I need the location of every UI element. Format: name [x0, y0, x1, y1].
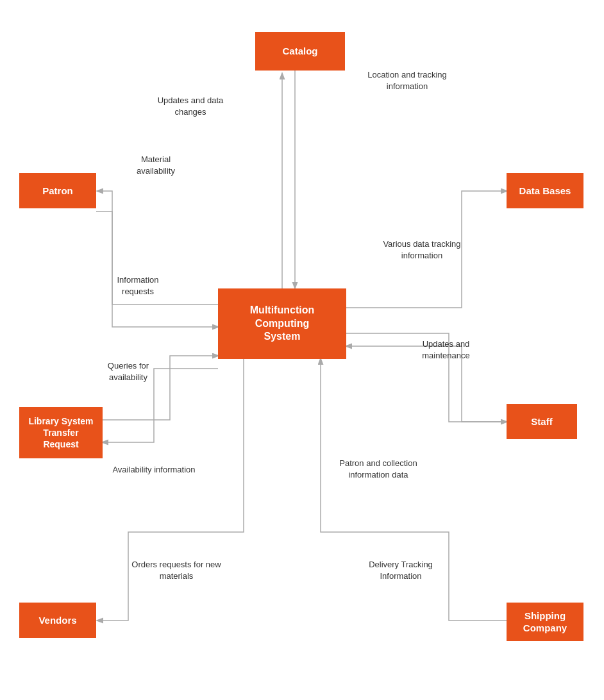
label-queries-avail: Queries foravailability [83, 360, 173, 383]
staff-box: Staff [507, 404, 577, 439]
mcs-box: MultifunctionComputingSystem [218, 288, 346, 359]
label-patron-coll: Patron and collectioninformation data [314, 458, 442, 481]
label-orders-req: Orders requests for newmaterials [112, 559, 240, 582]
label-info-requests: Informationrequests [96, 274, 180, 297]
patron-box: Patron [19, 173, 96, 208]
label-delivery: Delivery TrackingInformation [340, 559, 462, 582]
catalog-box: Catalog [255, 32, 345, 71]
label-updates-maint: Updates andmaintenance [396, 338, 496, 362]
label-updates-data: Updates and data changes [149, 95, 232, 118]
label-material-avail: Materialavailability [114, 154, 197, 177]
label-avail-info: Availability information [99, 464, 208, 476]
shipping-box: ShippingCompany [507, 603, 583, 641]
diagram: Catalog Patron Data Bases MultifunctionC… [0, 0, 604, 700]
databases-box: Data Bases [507, 173, 583, 208]
label-various-data: Various data trackinginformation [364, 238, 480, 262]
lstransfer-box: Library SystemTransferRequest [19, 407, 103, 458]
vendors-box: Vendors [19, 603, 96, 638]
label-location: Location and trackinginformation [356, 69, 458, 92]
